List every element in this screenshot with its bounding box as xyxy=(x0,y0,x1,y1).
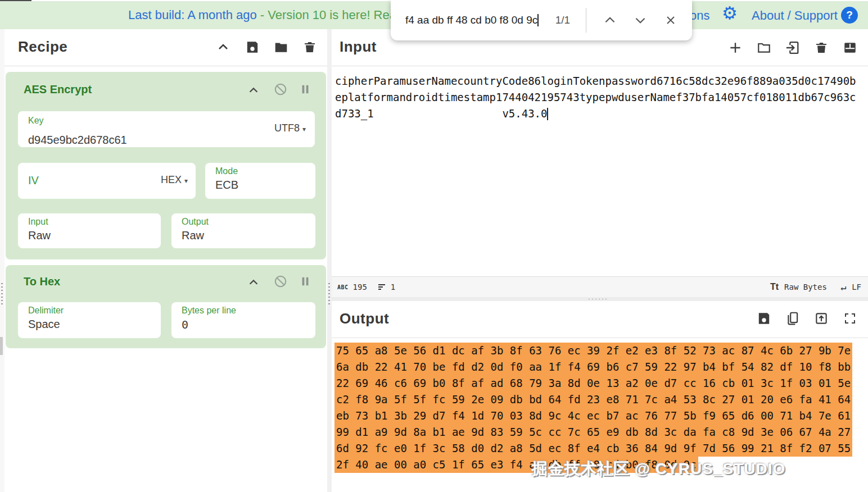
delimiter-label: Delimiter xyxy=(28,306,64,316)
bytes-per-line-value[interactable]: 0 xyxy=(182,318,188,331)
save-output-button[interactable] xyxy=(756,310,772,327)
breakpoint-button[interactable] xyxy=(298,82,313,97)
key-type-dropdown[interactable]: UTF8 ▾ xyxy=(274,122,306,134)
close-icon xyxy=(664,13,677,27)
replace-input-button[interactable] xyxy=(813,310,830,327)
recipe-io-splitter[interactable] xyxy=(327,29,332,492)
export-up-icon xyxy=(814,311,829,326)
about-support-link[interactable]: About / Support xyxy=(752,8,838,23)
clear-recipe-button[interactable] xyxy=(302,39,318,55)
chevron-up-icon xyxy=(603,13,617,28)
iv-field[interactable]: IV HEX ▾ xyxy=(18,163,196,199)
input-status-bar: ABC 195 1 Tt Raw Bytes ↵ LF xyxy=(332,276,868,297)
version-message: - Version 10 is here! Read xyxy=(257,8,403,22)
line-count-icon xyxy=(377,283,386,291)
help-icon[interactable]: ? xyxy=(841,7,858,24)
character-encoding[interactable]: Raw Bytes xyxy=(784,283,827,291)
input-title: Input xyxy=(340,38,377,56)
pause-icon xyxy=(299,275,311,288)
delimiter-value[interactable]: Space xyxy=(28,318,60,331)
save-icon xyxy=(245,40,260,54)
recipe-panel: Recipe AES Encrypt xyxy=(4,29,327,492)
hex-row: 75 65 a8 5e 56 d1 dc af 3b 8f 63 76 ec 3… xyxy=(334,343,852,359)
recipe-header: Recipe xyxy=(4,29,327,66)
bytes-per-line-field[interactable]: Bytes per line 0 xyxy=(171,302,315,338)
mode-label: Mode xyxy=(215,166,238,176)
key-label: Key xyxy=(28,116,44,126)
last-build-link[interactable]: Last build: A month ago xyxy=(128,8,257,22)
trash-icon xyxy=(303,40,317,54)
key-field[interactable]: Key d945e9bc2d678c61 UTF8 ▾ xyxy=(18,111,315,147)
divider xyxy=(586,8,586,33)
splitter-drag-handle[interactable] xyxy=(328,282,331,307)
trash-icon xyxy=(815,40,828,55)
input-textarea[interactable]: cipherParamuserNamecountryCode86loginTok… xyxy=(335,73,866,122)
input-type-value[interactable]: Raw xyxy=(28,229,51,242)
find-input[interactable]: f4 aa db ff 48 cd b0 f8 0d 9c xyxy=(405,14,537,26)
disable-operation-button[interactable] xyxy=(273,274,288,289)
panel-drag-handle[interactable] xyxy=(1,282,4,307)
key-value[interactable]: d945e9bc2d678c61 xyxy=(28,134,127,147)
watermark: 掘金技术社区 @ CYRUS_STUDIO xyxy=(532,458,785,480)
layout-grid-icon xyxy=(843,40,857,55)
collapse-recipe-button[interactable] xyxy=(215,39,231,55)
open-folder-button[interactable] xyxy=(756,39,772,56)
output-header: Output xyxy=(332,301,868,338)
input-line: eplatformandroidtimestamp1744042195743ty… xyxy=(335,89,866,106)
char-count: 195 xyxy=(353,283,367,291)
plus-icon xyxy=(728,40,743,55)
splitter-drag-handle[interactable] xyxy=(587,298,609,300)
char-count-icon: ABC xyxy=(337,284,349,290)
mode-field[interactable]: Mode ECB xyxy=(205,163,315,199)
output-type-field[interactable]: Output Raw xyxy=(171,213,315,248)
iv-type-dropdown[interactable]: HEX ▾ xyxy=(161,174,188,186)
add-input-tab-button[interactable] xyxy=(727,39,744,56)
gear-icon[interactable]: ⚙ xyxy=(722,4,738,22)
breakpoint-button[interactable] xyxy=(298,274,313,289)
hex-row: eb 73 b1 3b 29 d7 f4 1d 70 03 8d 9c 4c e… xyxy=(334,408,852,424)
maximize-output-button[interactable] xyxy=(842,310,858,327)
toggle-args-button[interactable] xyxy=(246,275,261,290)
operation-aes-encrypt[interactable]: AES Encrypt Key d945e9bc2d678c61 UTF8 ▾ … xyxy=(6,72,326,259)
operation-to-hex[interactable]: To Hex Delimiter Space Bytes per line 0 xyxy=(6,265,326,348)
scrollbar-thumb[interactable] xyxy=(0,337,3,355)
hex-row: 99 d1 a9 9d 8a b1 ae 9d 83 59 5c cc 7c 6… xyxy=(334,424,852,440)
load-recipe-button[interactable] xyxy=(273,39,289,55)
input-type-label: Input xyxy=(28,217,48,227)
character-encoding-icon: Tt xyxy=(770,282,779,292)
copy-output-button[interactable] xyxy=(784,310,801,327)
save-recipe-button[interactable] xyxy=(245,39,260,55)
operation-title: AES Encrypt xyxy=(24,83,92,96)
chevron-up-icon xyxy=(247,276,260,289)
output-textarea[interactable]: 75 65 a8 5e 56 d1 dc af 3b 8f 63 76 ec 3… xyxy=(334,343,866,473)
text-cursor xyxy=(547,108,548,120)
disable-icon xyxy=(273,82,288,97)
toggle-args-button[interactable] xyxy=(246,83,261,98)
chevron-up-icon xyxy=(247,84,260,97)
find-close-button[interactable] xyxy=(659,9,682,31)
mode-value[interactable]: ECB xyxy=(215,179,238,192)
save-icon xyxy=(757,311,771,326)
disable-operation-button[interactable] xyxy=(273,82,288,97)
open-file-button[interactable] xyxy=(784,39,801,56)
chevron-down-icon xyxy=(633,13,648,28)
chevron-down-icon: ▾ xyxy=(184,177,188,185)
output-type-value[interactable]: Raw xyxy=(182,229,204,242)
import-icon xyxy=(785,40,801,56)
clear-io-button[interactable] xyxy=(813,39,830,56)
hex-row: c2 f8 9a 5f 5f fc 59 2e 09 db bd 64 fd 2… xyxy=(334,391,852,408)
reset-layout-button[interactable] xyxy=(842,39,858,56)
line-ending[interactable]: LF xyxy=(852,283,861,291)
hex-row: 6d 92 fc e0 1f 3c 58 d0 d2 a8 5d ec 8f e… xyxy=(334,440,852,457)
delimiter-field[interactable]: Delimiter Space xyxy=(18,302,161,338)
disable-icon xyxy=(273,274,288,289)
folder-icon xyxy=(274,40,288,54)
operation-title: To Hex xyxy=(24,275,60,288)
find-next-button[interactable] xyxy=(629,9,652,31)
maximize-icon xyxy=(843,312,857,325)
input-type-field[interactable]: Input Raw xyxy=(18,213,161,248)
recipe-title: Recipe xyxy=(18,38,67,56)
line-count: 1 xyxy=(391,283,395,291)
io-splitter[interactable] xyxy=(332,297,868,301)
find-previous-button[interactable] xyxy=(599,9,621,31)
